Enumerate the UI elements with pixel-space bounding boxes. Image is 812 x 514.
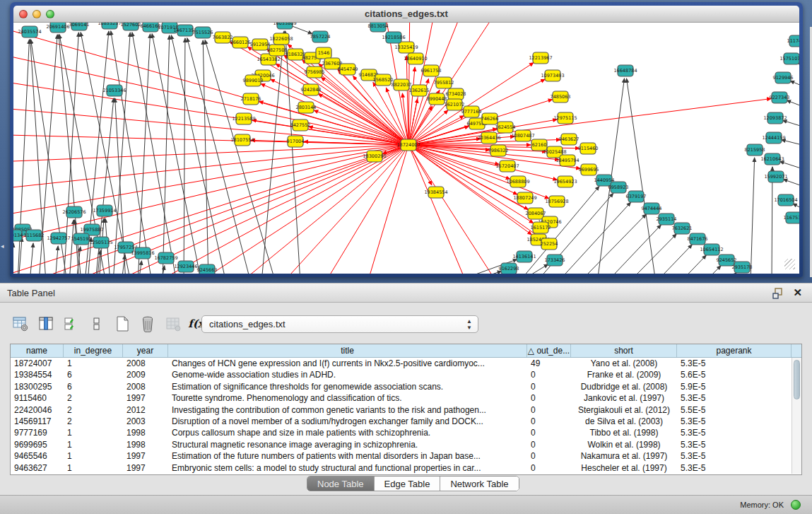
graph-edge[interactable] (111, 31, 152, 274)
graph-node[interactable]: 16033809 (273, 23, 296, 29)
graph-node[interactable]: 1568520 (373, 74, 394, 86)
graph-node[interactable]: 12093872 (763, 112, 787, 124)
graph-edge[interactable] (155, 145, 408, 274)
table-body[interactable]: 1872400712008Changes of HCN gene express… (11, 358, 801, 474)
scrollbar-thumb[interactable] (794, 360, 800, 399)
graph-node[interactable]: 7955812 (434, 77, 454, 88)
graph-node[interactable]: 10654112 (700, 244, 723, 255)
graph-node[interactable]: 2803144 (296, 102, 317, 113)
new-column-icon[interactable] (113, 315, 131, 333)
graph-node[interactable]: 9227343 (770, 92, 790, 103)
graph-node[interactable]: 9463627 (559, 134, 579, 145)
canvas-resize-handle[interactable] (784, 259, 795, 269)
graph-node[interactable]: 9777169 (461, 106, 482, 117)
graph-edge[interactable] (13, 145, 408, 163)
table-row[interactable]: 1830029562008Estimation of significance … (11, 381, 801, 392)
graph-node[interactable]: 8454749 (338, 64, 358, 75)
graph-node[interactable]: 7632621 (672, 223, 693, 234)
graph-node[interactable]: 1167533 (784, 212, 799, 223)
select-columns-icon[interactable] (37, 315, 55, 333)
graph-node[interactable]: 8427552 (290, 119, 311, 131)
graph-node[interactable]: 26206576 (62, 206, 86, 218)
graph-node[interactable]: 5912954 (250, 39, 271, 50)
graph-node[interactable]: 16210643 (760, 153, 784, 165)
table-row[interactable]: 946554611997Estimation of the future num… (11, 450, 801, 462)
table-row[interactable]: 1456911722003Disruption of a novel membe… (11, 416, 801, 427)
network-canvas[interactable]: 1872400718107554122135892718176224200469… (13, 23, 799, 274)
graph-node[interactable]: 1117438 (787, 35, 799, 47)
graph-node[interactable]: 15992071 (764, 171, 787, 182)
graph-node[interactable]: 1733426 (545, 255, 565, 266)
table-row[interactable]: 1938455462009Genome-wide association stu… (11, 369, 801, 380)
graph-node[interactable]: 8215958 (745, 144, 765, 156)
graph-edge[interactable] (240, 145, 408, 274)
graph-edge[interactable] (30, 243, 33, 274)
graph-edge[interactable] (113, 145, 408, 274)
column-header-3[interactable]: title (168, 344, 527, 357)
table-row[interactable]: 977716911998Corpus callosum shape and si… (11, 427, 801, 438)
table-scrollbar[interactable] (792, 358, 801, 474)
graph-node[interactable]: 3069141 (69, 23, 90, 30)
graph-node[interactable]: 2718176 (241, 93, 261, 105)
graph-edge[interactable] (787, 100, 799, 112)
graph-node[interactable]: 19654923 (553, 176, 577, 187)
graph-node[interactable]: 6961758 (421, 65, 442, 76)
graph-node[interactable]: 2935114 (657, 214, 677, 225)
graph-node[interactable]: 18756928 (545, 196, 568, 207)
graph-node[interactable]: 9699695 (579, 164, 599, 175)
graph-node[interactable]: 1624554 (495, 122, 516, 133)
graph-node[interactable]: 20691406 (46, 23, 69, 33)
table-row[interactable]: 1872400712008Changes of HCN gene express… (11, 358, 801, 369)
graph-node[interactable]: 917004 (287, 136, 305, 147)
table-settings-icon[interactable] (11, 315, 30, 333)
graph-edge[interactable] (627, 78, 656, 274)
graph-edge[interactable] (783, 120, 799, 131)
graph-edge[interactable] (783, 180, 799, 191)
graph-edge[interactable] (261, 84, 408, 145)
graph-node[interactable]: 6734028 (446, 88, 466, 100)
graph-node[interactable]: 9756985 (305, 66, 325, 78)
graph-node[interactable]: 9162298 (499, 263, 519, 274)
graph-node[interactable]: 18226058 (269, 33, 293, 45)
graph-edge[interactable] (790, 81, 799, 92)
graph-node[interactable]: 1362615 (409, 85, 430, 96)
graph-node[interactable]: 939134 (13, 230, 23, 241)
table-row[interactable]: 911546021997Tourette syndrome. Phenomeno… (11, 392, 801, 404)
table-selector-dropdown[interactable]: citations_edges.txt ▲▼ (201, 315, 478, 333)
graph-node[interactable]: 1545191 (71, 233, 92, 245)
graph-node[interactable]: 7663822 (213, 32, 233, 43)
graph-node[interactable]: 12213967 (529, 52, 552, 64)
graph-edge[interactable] (782, 140, 799, 148)
split-pane-collapse-icon[interactable]: ◂ (1, 243, 4, 250)
float-panel-icon[interactable] (772, 288, 784, 299)
graph-node[interactable]: 7485063 (551, 91, 571, 103)
graph-edge[interactable] (636, 266, 721, 274)
graph-node[interactable]: 8660126 (230, 37, 251, 48)
graph-node[interactable]: 9899013 (243, 75, 264, 86)
graph-edge[interactable] (203, 40, 208, 274)
column-header-5[interactable]: short (571, 344, 677, 357)
graph-edge[interactable] (261, 31, 284, 274)
column-header-1[interactable]: in_degree (64, 344, 123, 357)
table-header-row[interactable]: namein_degreeyeartitle△ out_de...shortpa… (11, 344, 801, 358)
graph-node[interactable]: 1615172 (531, 222, 551, 233)
close-panel-icon[interactable]: ✕ (793, 286, 802, 299)
graph-node[interactable]: 2935178 (732, 262, 753, 273)
graph-edge[interactable] (408, 145, 466, 274)
graph-node[interactable]: 7857224 (310, 31, 331, 42)
graph-node[interactable]: 21053346 (102, 85, 126, 96)
graph-edge[interactable] (286, 31, 300, 274)
graph-edge[interactable] (187, 38, 251, 274)
graph-node[interactable]: 14136141 (512, 251, 536, 262)
graph-edge[interactable] (184, 38, 185, 274)
graph-node[interactable]: 18640910 (404, 53, 427, 64)
graph-edge[interactable] (69, 220, 73, 274)
graph-node[interactable]: 10807487 (511, 130, 534, 141)
graph-edge[interactable] (751, 158, 755, 274)
graph-edge[interactable] (55, 246, 58, 274)
graph-node[interactable]: 12975115 (553, 112, 577, 124)
graph-edge[interactable] (772, 167, 772, 274)
graph-node[interactable]: 12213589 (232, 113, 255, 124)
graph-node[interactable]: 1527602 (121, 23, 141, 30)
graph-node[interactable]: 9245663 (197, 264, 218, 274)
